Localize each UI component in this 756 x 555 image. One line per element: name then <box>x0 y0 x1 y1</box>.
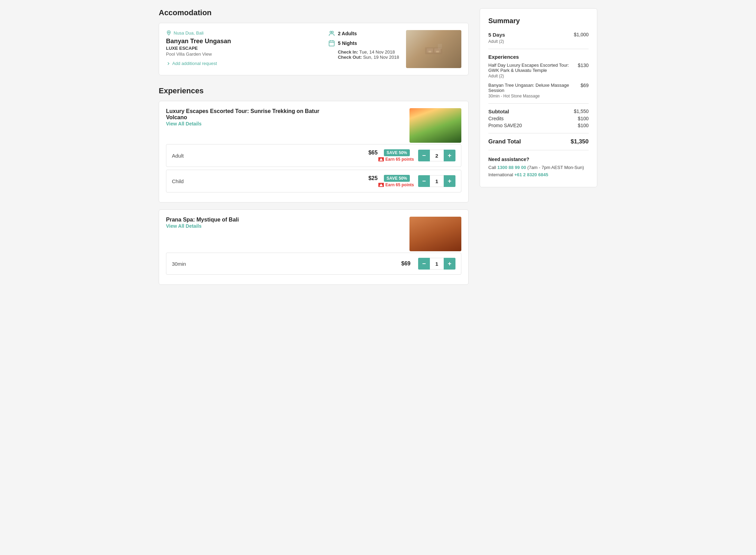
summary-promo-label: Promo SAVE20 <box>488 123 522 128</box>
ticket-price-child: $25 <box>368 175 378 181</box>
checkin-label: Check In: <box>338 49 358 55</box>
summary-exp1-info: Half Day Luxury Escapes Escorted Tour: G… <box>488 63 578 78</box>
accommodation-card: Nusa Dua, Bali Banyan Tree Ungasan LUXE … <box>159 23 469 75</box>
summary-exp1-row: Half Day Luxury Escapes Escorted Tour: G… <box>488 63 589 78</box>
adults-icon <box>328 30 335 37</box>
summary-divider-1 <box>488 49 589 49</box>
nights-row: 5 Nights <box>328 40 399 47</box>
earn-points-child: Earn 65 points <box>378 182 414 187</box>
summary-exp2-sub: 30min - Hot Stone Massage <box>488 94 581 98</box>
assistance-section: Need assistance? Call 1300 88 99 00 (7am… <box>488 157 589 179</box>
ticket-label-child: Child <box>172 178 368 184</box>
summary-subtotal-row: Subtotal $1,550 <box>488 109 589 114</box>
calendar-icon <box>328 40 335 47</box>
summary-divider-3 <box>488 133 589 133</box>
qantas-logo-adult <box>378 157 384 161</box>
save-badge-adult: SAVE 50% <box>384 149 410 156</box>
svg-rect-12 <box>436 51 439 53</box>
summary-credits-label: Credits <box>488 116 504 121</box>
svg-rect-13 <box>438 44 442 49</box>
summary-grand-total-row: Grand Total $1,350 <box>488 138 589 145</box>
ticket-label-adult: Adult <box>172 153 368 159</box>
accommodation-location: Nusa Dua, Bali <box>166 30 321 36</box>
location-text: Nusa Dua, Bali <box>174 30 204 36</box>
summary-exp2-row: Banyan Tree Ungasan: Deluxe Massage Sess… <box>488 83 589 98</box>
ticket-row-adult: Adult $65 SAVE 50% Earn 65 points − <box>166 144 461 167</box>
accommodation-section-title: Accomodation <box>159 8 469 17</box>
summary-days-value: $1,000 <box>574 32 589 37</box>
stepper-child[interactable]: − 1 + <box>418 175 455 187</box>
svg-point-2 <box>332 31 333 33</box>
experience-name-2: Prana Spa: Mystique of Bali View All Det… <box>166 217 239 234</box>
experience-image-1 <box>409 108 461 143</box>
summary-exp2-name: Banyan Tree Ungasan: Deluxe Massage Sess… <box>488 83 581 93</box>
summary-subtotal-value: $1,550 <box>574 109 589 114</box>
summary-promo-value: $100 <box>578 123 589 128</box>
ticket-price-30min: $69 <box>401 261 411 267</box>
stepper-plus-30min[interactable]: + <box>444 258 455 270</box>
assistance-intl-text: International +61 2 8320 6845 <box>488 171 589 179</box>
call-label: Call <box>488 165 497 170</box>
summary-promo-row: Promo SAVE20 $100 <box>488 123 589 128</box>
experience-card-2: Prana Spa: Mystique of Bali View All Det… <box>159 209 469 285</box>
summary-grand-total-value: $1,350 <box>571 138 589 145</box>
accommodation-info: Nusa Dua, Bali Banyan Tree Ungasan LUXE … <box>166 30 321 66</box>
summary-days-label: 5 Days <box>488 32 505 38</box>
summary-box: Summary 5 Days $1,000 Adult (2) Experien… <box>480 8 597 187</box>
accommodation-details: 2 Adults 5 Nights Check In: Tue, 14 Nov … <box>328 30 399 60</box>
earn-points-adult: Earn 65 points <box>378 157 414 162</box>
stepper-value-30min: 1 <box>430 258 444 270</box>
assistance-call-text: Call 1300 88 99 00 (7am - 7pm AEST Mon-S… <box>488 164 589 171</box>
hotel-package: LUXE ESCAPE <box>166 46 321 51</box>
checkin-date: Tue, 14 Nov 2018 <box>359 49 395 55</box>
experience-image-2 <box>409 217 461 251</box>
price-save-row-child: $25 SAVE 50% <box>368 175 414 182</box>
summary-grand-total-label: Grand Total <box>488 138 521 145</box>
experience-card-1: Luxury Escapes Escorted Tour: Sunrise Tr… <box>159 101 469 203</box>
phone1-link[interactable]: 1300 88 99 00 <box>497 165 526 170</box>
summary-title: Summary <box>488 17 589 25</box>
location-icon <box>166 30 172 36</box>
phone2-link[interactable]: +61 2 8320 6845 <box>514 172 548 177</box>
summary-credits-value: $100 <box>578 116 589 121</box>
add-request-label: Add additional request <box>172 61 217 66</box>
stepper-value-child: 1 <box>430 175 444 187</box>
summary-days-row: 5 Days $1,000 <box>488 32 589 38</box>
summary-exp1-name: Half Day Luxury Escapes Escorted Tour: G… <box>488 63 578 73</box>
ticket-row-30min: 30min $69 − 1 + <box>166 253 461 275</box>
adults-row: 2 Adults <box>328 30 399 37</box>
checkout-text: Check Out: Sun, 19 Nov 2018 <box>338 55 399 60</box>
stepper-adult[interactable]: − 2 + <box>418 150 455 161</box>
summary-exp1-sub: Adult (2) <box>488 74 578 78</box>
accommodation-image <box>406 30 461 68</box>
add-request-link[interactable]: Add additional request <box>166 61 321 66</box>
view-details-link-1[interactable]: View All Details <box>166 121 202 126</box>
experiences-section-title: Experiences <box>159 86 469 95</box>
stepper-minus-child[interactable]: − <box>418 175 430 187</box>
summary-days-sub: Adult (2) <box>488 39 589 44</box>
checkin-text: Check In: Tue, 14 Nov 2018 <box>338 49 399 55</box>
ticket-price-adult: $65 <box>368 150 378 156</box>
assistance-title: Need assistance? <box>488 157 589 162</box>
price-earn-30min: $69 <box>401 261 414 267</box>
room-type: Pool Villa Garden View <box>166 51 321 57</box>
summary-subtotal-label: Subtotal <box>488 109 509 114</box>
phone1-hours: (7am - 7pm AEST Mon-Sun) <box>526 165 584 170</box>
stepper-30min[interactable]: − 1 + <box>418 258 455 270</box>
experience-header-1: Luxury Escapes Escorted Tour: Sunrise Tr… <box>166 108 461 143</box>
view-details-link-2[interactable]: View All Details <box>166 223 202 229</box>
summary-exp2-value: $69 <box>581 83 589 98</box>
hotel-img-placeholder <box>423 42 444 56</box>
svg-rect-3 <box>329 41 334 46</box>
price-save-row-adult: $65 SAVE 50% <box>368 149 414 156</box>
svg-rect-11 <box>428 51 431 53</box>
stepper-minus-30min[interactable]: − <box>418 258 430 270</box>
stepper-plus-child[interactable]: + <box>444 175 455 187</box>
summary-credits-row-wrap: Credits $100 Promo SAVE20 $100 <box>488 116 589 128</box>
checkout-label: Check Out: <box>338 55 362 60</box>
summary-credits-row: Credits $100 <box>488 116 589 121</box>
ticket-label-30min: 30min <box>172 261 401 267</box>
stepper-minus-adult[interactable]: − <box>418 150 430 161</box>
stepper-plus-adult[interactable]: + <box>444 150 455 161</box>
stepper-value-adult: 2 <box>430 150 444 161</box>
